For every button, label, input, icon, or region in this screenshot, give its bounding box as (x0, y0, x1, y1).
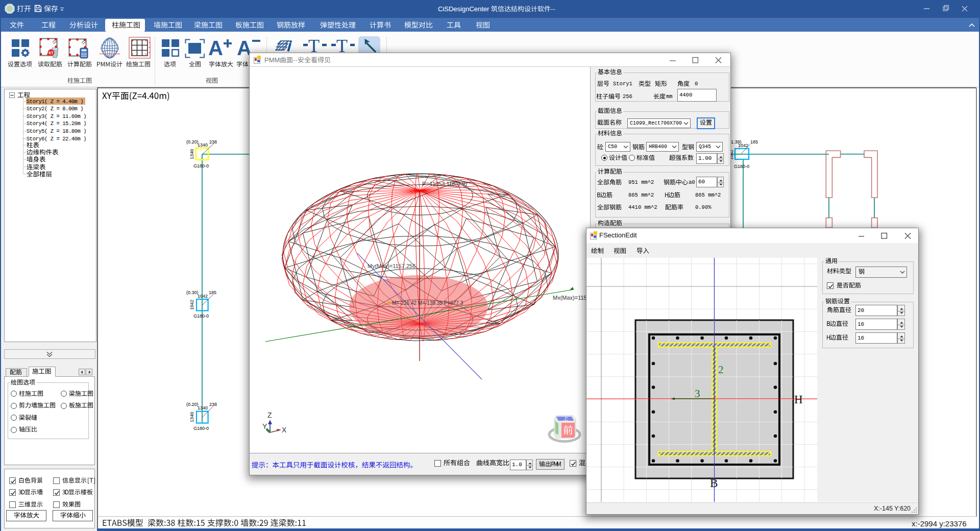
svg-text:1042: 1042 (189, 300, 194, 310)
svg-text:238: 238 (209, 139, 217, 144)
svg-text:(0.20): (0.20) (186, 139, 199, 144)
svg-text:B: B (710, 477, 718, 490)
svg-text:1340: 1340 (189, 149, 194, 159)
svg-text:G180-0: G180-0 (193, 426, 209, 431)
svg-text:1340: 1340 (189, 412, 194, 422)
svg-text:Z: Z (267, 411, 272, 419)
svg-text:G180-0: G180-0 (734, 164, 749, 169)
svg-text:3: 3 (695, 388, 700, 400)
svg-text:H: H (794, 393, 803, 406)
svg-text:2: 2 (718, 364, 724, 376)
svg-text:238: 238 (209, 402, 217, 407)
svg-text:(0.20): (0.20) (186, 402, 199, 407)
svg-text:G180-0: G180-0 (193, 163, 209, 168)
svg-text:P=41053.118(0.9): P=41053.118(0.9) (422, 181, 467, 187)
svg-text:1340: 1340 (198, 142, 208, 148)
svg-text:1042: 1042 (198, 294, 208, 299)
svg-text:ET: ET (49, 51, 54, 55)
svg-text:G180-0: G180-0 (193, 313, 209, 319)
svg-text:185: 185 (750, 139, 758, 144)
svg-text:My(Max)=1157.256: My(Max)=1157.256 (368, 263, 415, 269)
svg-text:Mx(Max)=1157.256: Mx(Max)=1157.256 (553, 295, 591, 301)
svg-text:M=-216.42 M=-139.35 P=677.3: M=-216.42 M=-139.35 P=677.3 (392, 300, 463, 306)
svg-text:X: X (282, 426, 287, 434)
svg-text:Y: Y (262, 422, 267, 430)
svg-text:(0.30): (0.30) (186, 290, 199, 295)
svg-text:1042: 1042 (738, 143, 748, 148)
svg-text:185: 185 (209, 290, 216, 295)
svg-text:1340: 1340 (198, 405, 208, 411)
